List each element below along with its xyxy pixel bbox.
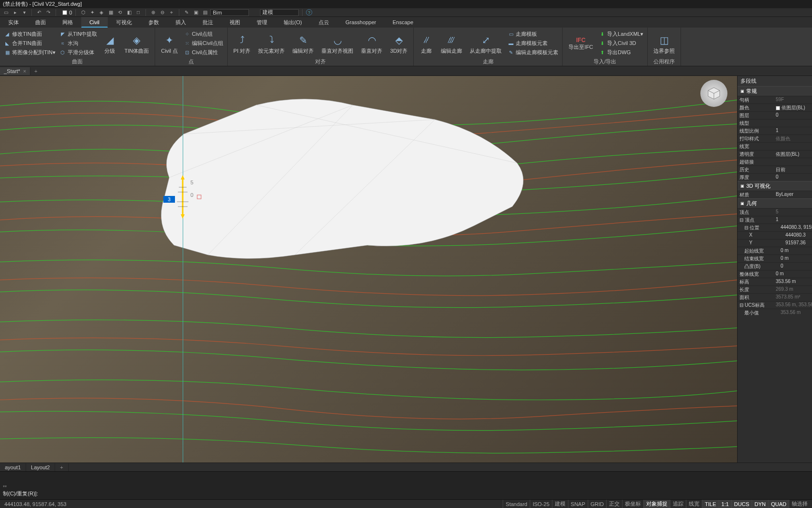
profile-combo[interactable]: Bim — [210, 9, 249, 16]
props-row[interactable]: 超链接 — [738, 158, 812, 165]
props-row[interactable]: 线型 — [738, 119, 812, 127]
distance-input[interactable] — [163, 196, 175, 203]
props-row[interactable]: 打印样式依颜色 — [738, 134, 812, 142]
cmd-merge-tin[interactable]: ◣合并TIN曲面 — [3, 39, 57, 48]
cmd-grading[interactable]: ◢分级 — [100, 32, 119, 55]
status-toggle-线宽[interactable]: 线宽 — [686, 500, 702, 508]
props-row[interactable]: 厚度0 — [738, 173, 812, 181]
props-row[interactable]: 材质ByLayer — [738, 191, 812, 198]
tool-icon[interactable]: ⬡ — [79, 9, 87, 16]
cmd-point-group[interactable]: ⁘Civil点组 — [183, 30, 224, 39]
layer-selector[interactable]: 0 — [62, 10, 72, 15]
ribbon-tab-插入[interactable]: 插入 — [167, 17, 194, 28]
props-row[interactable]: 图层0 — [738, 111, 812, 119]
cmd-assign-image[interactable]: ▦将图像分配到TIN▾ — [3, 48, 57, 57]
tool-icon[interactable]: ▤ — [201, 9, 209, 16]
add-document-tab[interactable]: + — [30, 67, 41, 75]
status-toggle-极坐标[interactable]: 极坐标 — [622, 500, 643, 508]
command-line[interactable]: ** 制(C)/重复(R)]: — [0, 471, 812, 499]
cmd-elem-align[interactable]: ⤵按元素对齐 — [255, 32, 288, 55]
status-toggle-追踪[interactable]: 追踪 — [670, 500, 686, 508]
props-row[interactable]: 顶点5 — [738, 208, 812, 216]
tool-icon[interactable]: ✦ — [88, 9, 96, 16]
tool-icon[interactable]: ◧ — [125, 9, 133, 16]
open-icon[interactable]: ▸ — [11, 9, 19, 16]
status-toggle-对象捕捉[interactable]: 对象捕捉 — [643, 500, 670, 508]
cmd-tin-solid[interactable]: ◈TIN体曲面 — [121, 32, 152, 55]
mode-combo[interactable]: 建模 — [260, 9, 299, 16]
status-toggle-GRID[interactable]: GRID — [588, 500, 607, 508]
cmd-edit-corridor[interactable]: ⫻编辑走廊 — [438, 32, 465, 55]
props-row[interactable]: 凸度(B)0 — [738, 262, 812, 270]
tool-icon[interactable]: ▣ — [192, 9, 200, 16]
status-toggle-TILE[interactable]: TILE — [702, 500, 718, 508]
cmd-ifc[interactable]: IFC导出至IFC — [566, 36, 596, 51]
tool-icon[interactable]: ⟲ — [116, 9, 124, 16]
document-tab[interactable]: _Start* × — [0, 67, 30, 75]
undo-icon[interactable]: ↶ — [35, 9, 43, 16]
cmd-valign[interactable]: ◠垂直对齐 — [358, 32, 385, 55]
props-row[interactable]: 句柄59F — [738, 96, 812, 104]
cmd-point-attr[interactable]: ⊡Civil点属性 — [183, 48, 224, 57]
ribbon-tab-批注[interactable]: 批注 — [194, 17, 221, 28]
cmd-corridor-tpl[interactable]: ▭走廊模板 — [507, 30, 559, 39]
tool-icon[interactable]: ▦ — [107, 9, 115, 16]
status-toggle-SNAP[interactable]: SNAP — [568, 500, 588, 508]
props-section-header[interactable]: ▣常规 — [738, 86, 812, 96]
ribbon-tab-参数[interactable]: 参数 — [140, 17, 167, 28]
model-viewport[interactable]: 5 0 — [0, 76, 737, 463]
props-row[interactable]: 颜色依图层(BL) — [738, 104, 812, 111]
status-toggle-QUAD[interactable]: QUAD — [768, 500, 789, 508]
props-row[interactable]: ⊟ 顶点1 — [738, 216, 812, 224]
ribbon-tab-输出(o)[interactable]: 输出(O) — [276, 17, 310, 28]
add-layout-tab[interactable]: + — [55, 463, 68, 471]
props-row[interactable]: Y91597.36 — [738, 239, 812, 247]
ribbon-tab-管理[interactable]: 管理 — [248, 17, 276, 28]
layout-tab[interactable]: ayout1 — [0, 463, 26, 471]
ribbon-tab-enscape[interactable]: Enscape — [384, 17, 421, 28]
status-toggle-DYN[interactable]: DYN — [752, 500, 768, 508]
tool-icon[interactable]: ⌖ — [168, 9, 175, 16]
tool-icon[interactable]: ✎ — [183, 9, 190, 16]
cmd-smooth-grade[interactable]: ⬡平滑分级体 — [58, 48, 99, 57]
props-row[interactable]: 结束线宽0 m — [738, 254, 812, 262]
cmd-extract-corridor[interactable]: ⤢从走廊中提取 — [467, 32, 505, 55]
status-standard[interactable]: Standard — [503, 500, 530, 508]
cmd-edit-point-group[interactable]: ⁙编辑Civil点组 — [183, 39, 224, 48]
status-toggle-正交[interactable]: 正交 — [606, 500, 622, 508]
status-toggle-1:1[interactable]: 1:1 — [719, 500, 731, 508]
save-icon[interactable]: ▾ — [20, 9, 28, 16]
cmd-edit-align[interactable]: ✎编辑对齐 — [290, 32, 317, 55]
ribbon-tab-点云[interactable]: 点云 — [310, 17, 337, 28]
layout-tab[interactable]: Layout2 — [26, 463, 55, 471]
cmd-import-civil3d[interactable]: ⬇导入Civil 3D — [598, 39, 644, 48]
ribbon-tab-视图[interactable]: 视图 — [221, 17, 248, 28]
status-mode[interactable]: 建模 — [552, 500, 568, 508]
props-row[interactable]: 最小值353.56 m — [738, 309, 812, 316]
status-toggle-DUCS[interactable]: DUCS — [731, 500, 752, 508]
status-iso[interactable]: ISO-25 — [530, 500, 552, 508]
ribbon-tab-网格[interactable]: 网格 — [54, 17, 81, 28]
props-row[interactable]: 面积3573.85 m² — [738, 293, 812, 301]
cmd-valign-view[interactable]: ◡垂直对齐视图 — [319, 32, 356, 55]
cmd-edit-corridor-tpl[interactable]: ✎编辑走廊模板元素 — [507, 48, 559, 57]
viewcube[interactable] — [700, 80, 727, 107]
ribbon-tab-grasshopper[interactable]: Grasshopper — [337, 17, 385, 28]
cmd-extract-tin[interactable]: ◤从TIN中提取 — [58, 30, 99, 39]
cmd-export-dwg[interactable]: ⬆导出DWG — [598, 48, 644, 57]
tool-icon[interactable]: □ — [134, 9, 142, 16]
props-section-header[interactable]: ▣几何 — [738, 198, 812, 208]
tool-icon[interactable]: ◈ — [98, 9, 105, 16]
cmd-civil-point[interactable]: ✦Civil 点 — [158, 32, 181, 55]
props-row[interactable]: X444080.3 — [738, 231, 812, 239]
cmd-import-landxml[interactable]: ⬇导入LandXML▾ — [598, 30, 644, 39]
close-icon[interactable]: × — [23, 68, 26, 74]
props-row[interactable]: 历史目前 — [738, 165, 812, 173]
help-icon[interactable]: ? — [306, 9, 312, 15]
props-row[interactable]: ⊟ UCS标高353.56 m, 353.56 — [738, 301, 812, 309]
cmd-water-ditch[interactable]: ≈水沟 — [58, 39, 99, 48]
tool-icon[interactable]: ⊕ — [149, 9, 157, 16]
cmd-3d-align[interactable]: ⬘3D对齐 — [387, 32, 410, 55]
status-toggle-轴选择[interactable]: 轴选择 — [789, 500, 810, 508]
tool-icon[interactable]: ⊖ — [159, 9, 166, 16]
